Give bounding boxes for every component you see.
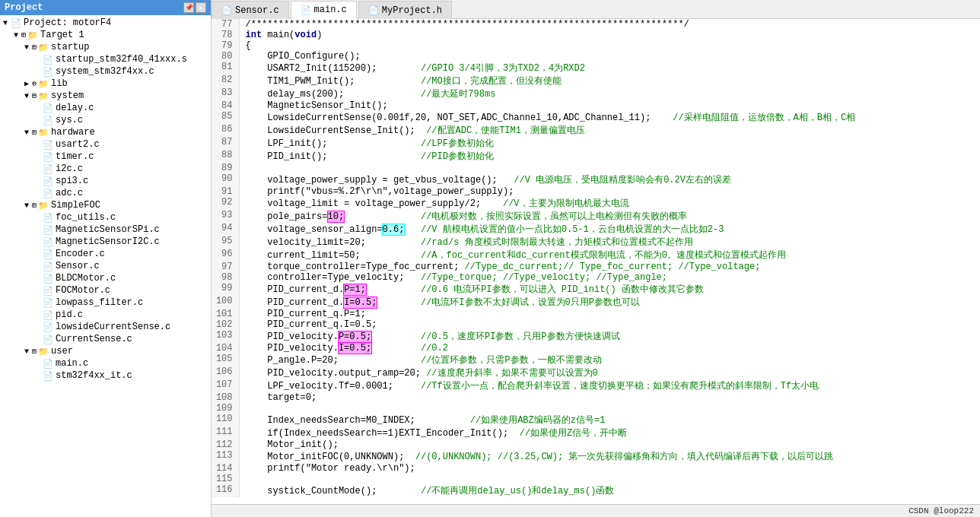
- sidebar-item-lowsideCurrentSense[interactable]: 📄lowsideCurrentSense.c: [0, 321, 211, 333]
- sidebar-item-lowpass_filter[interactable]: 📄lowpass_filter.c: [0, 297, 211, 309]
- tab-file-icon: 📄: [368, 5, 379, 15]
- line-content-95[interactable]: velocity_limit=20; //rad/s 角度模式时限制最大转速，力…: [239, 236, 980, 249]
- sidebar-item-adc[interactable]: 📄adc.c: [0, 187, 211, 199]
- line-content-93[interactable]: pole_pairs=10; //电机极对数，按照实际设置，虽然可以上电检测但有…: [239, 210, 980, 223]
- sidebar-item-spi3[interactable]: 📄spi3.c: [0, 175, 211, 187]
- sidebar-item-MagneticSensorI2C[interactable]: 📄MagneticSensorI2C.c: [0, 236, 211, 248]
- line-content-106[interactable]: PID_velocity.output_ramp=20; //速度爬升斜率，如果…: [239, 366, 980, 379]
- line-content-83[interactable]: delay_ms(200); //最大延时798ms: [239, 87, 980, 100]
- sidebar-item-MagneticSensorSpi[interactable]: 📄MagneticSensorSPi.c: [0, 224, 211, 236]
- file-icon-delay: 📄: [43, 103, 53, 113]
- line-content-108[interactable]: target=0;: [239, 392, 980, 403]
- line-content-77[interactable]: /***************************************…: [239, 19, 980, 30]
- tree-toggle-target1[interactable]: ▼: [11, 31, 21, 40]
- sidebar-item-project[interactable]: ▼📄Project: motorF4: [0, 17, 211, 29]
- line-content-90[interactable]: voltage_power_supply = get_vbus_voltage(…: [239, 173, 980, 186]
- sidebar-item-lib[interactable]: ▶⊕📁lib: [0, 78, 211, 90]
- code-line-98: 98 controller=Type_velocity; //Type_torq…: [212, 272, 980, 283]
- line-content-84[interactable]: MagneticSensor_Init();: [239, 100, 980, 111]
- line-content-87[interactable]: LPF_init(); //LPF参数初始化: [239, 137, 980, 150]
- sidebar-item-main[interactable]: 📄main.c: [0, 357, 211, 370]
- tab-Sensorc[interactable]: 📄Sensor.c: [212, 1, 289, 19]
- line-content-81[interactable]: USART2_Init(115200); //GPIO 3/4引脚，3为TXD2…: [239, 62, 980, 75]
- sidebar-item-SimpleFOC[interactable]: ▼⊞📁SimpleFOC: [0, 199, 211, 211]
- sidebar-item-CurrentSense[interactable]: 📄CurrentSense.c: [0, 333, 211, 345]
- tree-toggle-user[interactable]: ▼: [21, 347, 32, 356]
- line-content-100[interactable]: PID_current_d.I=0.5; //电流环I参数不太好调试，设置为0只…: [239, 296, 980, 309]
- line-content-112[interactable]: Motor_init();: [239, 439, 980, 450]
- line-content-89[interactable]: [239, 163, 980, 173]
- line-content-116[interactable]: systick_CountMode(); //不能再调用delay_us()和d…: [239, 484, 980, 497]
- code-line-100: 100 PID_current_d.I=0.5; //电流环I参数不太好调试，设…: [212, 296, 980, 309]
- file-icon-stm32f4xx_it: 📄: [43, 371, 53, 381]
- line-content-96[interactable]: current_limit=50; //A，foc_current和dc_cur…: [239, 249, 980, 262]
- sidebar-item-system[interactable]: ▼⊞📁system: [0, 90, 211, 102]
- line-content-97[interactable]: torque_controller=Type_foc_current; //Ty…: [239, 262, 980, 272]
- sidebar-item-timer[interactable]: 📄timer.c: [0, 151, 211, 163]
- code-line-94: 94 voltage_sensor_align=0.6; //V 航模电机设置的…: [212, 223, 980, 236]
- code-area[interactable]: 77/*************************************…: [212, 19, 980, 504]
- sidebar-item-target1[interactable]: ▼⊞📁Target 1: [0, 29, 211, 41]
- code-line-78: 78int main(void): [212, 30, 980, 40]
- sidebar-tree[interactable]: ▼📄Project: motorF4▼⊞📁Target 1▼⊞📁startup📄…: [0, 15, 211, 517]
- line-content-80[interactable]: GPIO_Configure();: [239, 51, 980, 62]
- sidebar-item-usart2[interactable]: 📄usart2.c: [0, 138, 211, 151]
- tree-label-SimpleFOC: SimpleFOC: [51, 200, 100, 211]
- tree-toggle-system[interactable]: ▼: [21, 92, 32, 100]
- line-content-102[interactable]: PID_current_q.I=0.5;: [239, 319, 980, 330]
- sidebar-item-i2c[interactable]: 📄i2c.c: [0, 163, 211, 175]
- sidebar-item-user[interactable]: ▼⊞📁user: [0, 345, 211, 357]
- line-content-86[interactable]: LowsideCurrentSense_Init(); //配置ADC，使能TI…: [239, 124, 980, 137]
- sidebar-item-foc_utils[interactable]: 📄foc_utils.c: [0, 211, 211, 224]
- line-content-82[interactable]: TIM1_PWM_Init(); //MO接口，完成配置，但没有使能: [239, 75, 980, 87]
- line-content-91[interactable]: printf("vbus=%.2f\r\n",voltage_power_sup…: [239, 186, 980, 197]
- line-content-101[interactable]: PID_current_q.P=1;: [239, 309, 980, 319]
- tab-MyProjecth[interactable]: 📄MyProject.h: [358, 1, 452, 19]
- line-content-92[interactable]: voltage_limit = voltage_power_supply/2; …: [239, 197, 980, 210]
- code-line-82: 82 TIM1_PWM_Init(); //MO接口，完成配置，但没有使能: [212, 75, 980, 87]
- line-content-85[interactable]: LowsideCurrentSense(0.001f,20, NOT_SET,A…: [239, 111, 980, 124]
- file-icon-lowsideCurrentSense: 📄: [43, 322, 53, 332]
- sidebar-item-FOCMotor[interactable]: 📄FOCMotor.c: [0, 284, 211, 297]
- line-content-103[interactable]: PID_velocity.P=0.5; //0.5，速度环PI参数，只用P参数方…: [239, 330, 980, 343]
- line-content-105[interactable]: P_angle.P=20; //位置环参数，只需P参数，一般不需要改动: [239, 354, 980, 366]
- line-content-111[interactable]: if(Index_needsSearch==1)EXTI_Encoder_Ini…: [239, 427, 980, 439]
- sidebar-item-system_stm32f4xx[interactable]: 📄system_stm32f4xx.c: [0, 65, 211, 78]
- line-content-88[interactable]: PID_init(); //PID参数初始化: [239, 150, 980, 163]
- tree-toggle-project[interactable]: ▼: [0, 19, 11, 27]
- line-content-115[interactable]: [239, 474, 980, 484]
- sidebar-item-sys[interactable]: 📄sys.c: [0, 114, 211, 126]
- tree-toggle-startup[interactable]: ▼: [21, 43, 32, 52]
- line-content-99[interactable]: PID_current_d.P=1; //0.6 电流环PI参数，可以进入 PI…: [239, 283, 980, 296]
- line-content-79[interactable]: {: [239, 40, 980, 51]
- sidebar-item-stm32f4xx_it[interactable]: 📄stm32f4xx_it.c: [0, 370, 211, 382]
- tab-mainc[interactable]: 📄main.c: [291, 1, 357, 19]
- sidebar-item-startup_stm32f40_41xxx[interactable]: 📄startup_stm32f40_41xxx.s: [0, 53, 211, 65]
- tree-toggle-SimpleFOC[interactable]: ▼: [21, 201, 32, 210]
- tree-toggle-lib[interactable]: ▶: [21, 79, 32, 88]
- sidebar-item-startup[interactable]: ▼⊞📁startup: [0, 41, 211, 53]
- sidebar-item-pid[interactable]: 📄pid.c: [0, 309, 211, 321]
- sidebar-pin-button[interactable]: 📌: [183, 2, 194, 13]
- sidebar-item-BLDCMotor[interactable]: 📄BLDCMotor.c: [0, 272, 211, 284]
- line-content-109[interactable]: [239, 403, 980, 414]
- line-content-113[interactable]: Motor_initFOC(0,UNKNOWN); //(0,UNKNOWN);…: [239, 450, 980, 463]
- file-icon-main: 📄: [43, 359, 53, 369]
- sidebar-item-hardware[interactable]: ▼⊞📁hardware: [0, 126, 211, 138]
- line-content-114[interactable]: printf("Motor ready.\r\n");: [239, 463, 980, 474]
- sidebar-close-button[interactable]: ✕: [196, 2, 206, 13]
- sidebar-item-delay[interactable]: 📄delay.c: [0, 102, 211, 114]
- line-content-107[interactable]: LPF_velocity.Tf=0.0001; //Tf设置小一点，配合爬升斜率…: [239, 379, 980, 392]
- tree-label-CurrentSense: CurrentSense.c: [56, 334, 132, 344]
- sidebar-item-Sensor[interactable]: 📄Sensor.c: [0, 260, 211, 272]
- file-icon-foc_utils: 📄: [43, 213, 53, 223]
- line-content-98[interactable]: controller=Type_velocity; //Type_torque;…: [239, 272, 980, 283]
- code-line-101: 101 PID_current_q.P=1;: [212, 309, 980, 319]
- line-content-104[interactable]: PID_velocity.I=0.5; //0.2: [239, 343, 980, 354]
- tree-label-FOCMotor: FOCMotor.c: [56, 285, 110, 296]
- line-content-94[interactable]: voltage_sensor_align=0.6; //V 航模电机设置的值小一…: [239, 223, 980, 236]
- line-content-110[interactable]: Index_needsSearch=M0_INDEX; //如果使用ABZ编码器…: [239, 414, 980, 427]
- line-content-78[interactable]: int main(void): [239, 30, 980, 40]
- sidebar-item-Encoder[interactable]: 📄Encoder.c: [0, 248, 211, 260]
- tree-toggle-hardware[interactable]: ▼: [21, 128, 32, 137]
